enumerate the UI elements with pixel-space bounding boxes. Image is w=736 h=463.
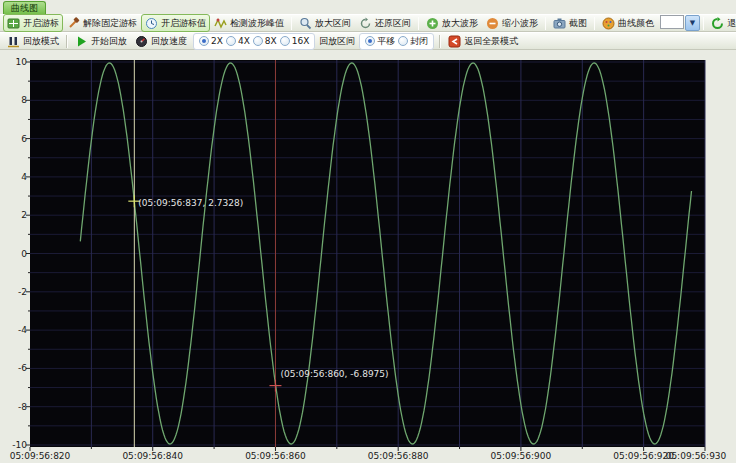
y-tick-label: 10: [1, 57, 27, 68]
toolbar-separator: [594, 17, 595, 30]
open-cursor-button[interactable]: 开启游标: [3, 14, 63, 32]
zoom-in-wave-icon: [426, 17, 439, 30]
radio-label: 16X: [292, 36, 310, 46]
radio-icon: [365, 36, 375, 46]
x-tick-label: 05:09:56:880: [359, 451, 437, 462]
button-label: 开启游标值: [161, 17, 206, 30]
button-label: 截图: [569, 17, 587, 30]
x-tick-label: 05:09:56:860: [236, 451, 314, 462]
button-label: 缩小波形: [502, 17, 538, 30]
magnifier-icon: [299, 17, 312, 30]
waveform-plot[interactable]: [0, 50, 736, 463]
radio-label: 封闭: [410, 35, 428, 48]
toolbar-separator: [439, 35, 441, 48]
zoom-out-wave-icon: [486, 17, 499, 30]
radio-label: 8X: [265, 36, 277, 46]
playback-range-label: 回放区间: [319, 35, 355, 48]
cursor-2-readout: (05:09:56:860, -6.8975): [280, 369, 388, 380]
zoom-range-button[interactable]: 放大区间: [295, 14, 355, 32]
button-label: 还原区间: [375, 17, 411, 30]
waveform-chart-panel: 10 8 6 4 2 0 -2 -4 -6 -8 -10 05:09:56:82…: [0, 50, 736, 463]
speed-option-4x[interactable]: 4X: [226, 36, 250, 46]
zoom-in-wave-button[interactable]: 放大波形: [422, 14, 482, 32]
y-tick-label: 4: [1, 172, 27, 183]
exit-icon: [711, 17, 724, 30]
toolbar-separator: [291, 17, 292, 30]
restore-range-button[interactable]: 还原区间: [355, 14, 415, 32]
y-tick-label: -8: [1, 402, 27, 413]
waveform-app-window: 曲线图 开启游标 解除固定游标 开启游标值 检测波形峰值 放大区间 还原区间: [0, 0, 736, 463]
button-label: 放大波形: [442, 17, 478, 30]
x-tick-label: 05:09:56:900: [482, 451, 560, 462]
button-label: 回放模式: [23, 35, 59, 48]
play-icon: [75, 35, 88, 48]
radio-icon: [280, 36, 290, 46]
radio-icon: [199, 36, 209, 46]
zoom-out-wave-button[interactable]: 缩小波形: [482, 14, 542, 32]
y-tick-label: 6: [1, 134, 27, 145]
button-label: 回放速度: [151, 35, 187, 48]
range-option-pan[interactable]: 平移: [365, 35, 395, 48]
release-fixed-cursor-button[interactable]: 解除固定游标: [63, 14, 141, 32]
playback-mode-button[interactable]: 回放模式: [3, 32, 63, 50]
x-tick-label: 05:09:56:820: [1, 451, 79, 462]
cursor-toolbar: 开启游标 解除固定游标 开启游标值 检测波形峰值 放大区间 还原区间 放大波形: [0, 14, 736, 32]
speed-option-16x[interactable]: 16X: [280, 36, 310, 46]
toolbar-separator: [703, 17, 704, 30]
screenshot-button[interactable]: 截图: [549, 14, 591, 32]
camera-icon: [553, 17, 566, 30]
radio-label: 2X: [211, 36, 223, 46]
radio-label: 4X: [238, 36, 250, 46]
y-tick-label: -4: [1, 325, 27, 336]
tab-bar: 曲线图: [0, 0, 736, 14]
speed-option-2x[interactable]: 2X: [199, 36, 223, 46]
y-tick-label: 0: [1, 249, 27, 260]
tab-curve-chart[interactable]: 曲线图: [3, 1, 46, 14]
button-label: 退出: [727, 17, 736, 30]
button-label: 解除固定游标: [83, 17, 137, 30]
unpin-icon: [67, 17, 80, 30]
start-playback-button[interactable]: 开始回放: [71, 32, 131, 50]
return-panorama-icon: [448, 35, 461, 48]
range-option-closed[interactable]: 封闭: [398, 35, 428, 48]
curve-color-picker: ▼: [660, 15, 700, 31]
speed-radio-group: 2X 4X 8X 16X: [193, 33, 315, 50]
speedometer-icon: [135, 35, 148, 48]
y-tick-label: 2: [1, 210, 27, 221]
cursor-value-icon: [145, 17, 158, 30]
palette-icon: [602, 17, 615, 30]
radio-label: 平移: [377, 35, 395, 48]
exit-button[interactable]: 退出: [707, 14, 736, 32]
open-cursor-value-button[interactable]: 开启游标值: [141, 14, 210, 32]
cursor-1-readout: (05:09:56:837, 2.7328): [138, 198, 243, 209]
toolbar-separator: [545, 17, 546, 30]
radio-icon: [398, 36, 408, 46]
radio-icon: [253, 36, 263, 46]
button-label: 放大区间: [315, 17, 351, 30]
toolbar-separator: [66, 35, 68, 48]
playback-toolbar: 回放模式 开始回放 回放速度 2X 4X 8X 16X 回放区间 平移 封闭 返…: [0, 32, 736, 50]
playback-speed-button[interactable]: 回放速度: [131, 32, 191, 50]
button-label: 返回全景模式: [464, 35, 518, 48]
button-label: 检测波形峰值: [230, 17, 284, 30]
curve-color-button[interactable]: 曲线颜色: [598, 14, 658, 32]
range-radio-group: 平移 封闭: [359, 33, 434, 50]
y-tick-label: -10: [1, 440, 27, 451]
radio-icon: [226, 36, 236, 46]
color-swatch[interactable]: [660, 15, 684, 29]
return-panorama-button[interactable]: 返回全景模式: [444, 32, 522, 50]
playback-mode-icon: [7, 35, 20, 48]
button-label: 开始回放: [91, 35, 127, 48]
toolbar-separator: [418, 17, 419, 30]
cursor-icon: [7, 17, 20, 30]
button-label: 曲线颜色: [618, 17, 654, 30]
speed-option-8x[interactable]: 8X: [253, 36, 277, 46]
button-label: 开启游标: [23, 17, 59, 30]
chevron-down-icon[interactable]: ▼: [685, 15, 700, 31]
peak-detect-icon: [214, 17, 227, 30]
x-tick-label: 05:09:56:930: [657, 451, 735, 462]
restore-icon: [359, 17, 372, 30]
y-tick-label: -6: [1, 363, 27, 374]
x-tick-label: 05:09:56:840: [114, 451, 192, 462]
detect-peak-button[interactable]: 检测波形峰值: [210, 14, 288, 32]
